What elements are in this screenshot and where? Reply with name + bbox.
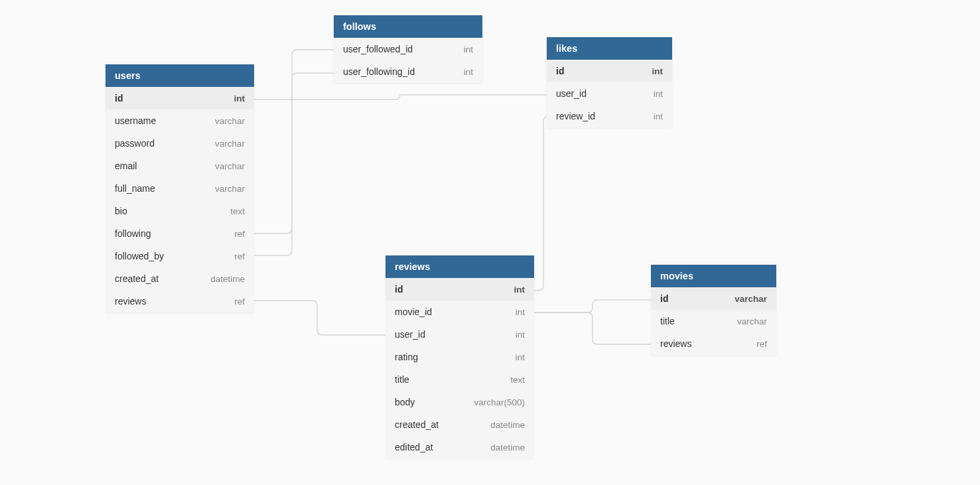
column-row[interactable]: edited_atdatetime (385, 436, 534, 458)
column-type: int (464, 67, 473, 77)
column-name: id (115, 93, 123, 104)
column-type: varchar (215, 116, 245, 126)
column-row[interactable]: idint (105, 87, 254, 109)
column-type: datetime (490, 420, 525, 430)
column-name: user_id (395, 329, 425, 340)
column-row[interactable]: idint (385, 278, 534, 301)
column-row[interactable]: reviewsref (651, 332, 776, 355)
table-likes[interactable]: likesidintuser_idintreview_idint (547, 37, 672, 127)
column-row[interactable]: user_followed_idint (334, 38, 482, 60)
column-row[interactable]: user_following_idint (334, 60, 482, 83)
column-type: int (516, 330, 525, 340)
column-type: int (514, 285, 525, 295)
column-name: id (660, 293, 668, 304)
column-row[interactable]: created_atdatetime (385, 413, 534, 436)
column-name: movie_id (395, 307, 432, 317)
table-users[interactable]: usersidintusernamevarcharpasswordvarchar… (105, 64, 254, 312)
column-name: followed_by (115, 251, 164, 261)
column-type: ref (234, 297, 245, 307)
column-type: int (234, 94, 245, 104)
column-name: reviews (115, 296, 146, 307)
column-name: body (395, 397, 415, 407)
table-header-movies[interactable]: movies (651, 265, 776, 287)
column-type: varchar (735, 294, 767, 304)
column-type: datetime (490, 443, 525, 452)
column-name: created_at (115, 273, 159, 284)
column-name: following (115, 228, 151, 239)
column-row[interactable]: idint (547, 60, 672, 82)
column-row[interactable]: passwordvarchar (105, 132, 254, 155)
table-header-users[interactable]: users (105, 64, 254, 87)
column-name: full_name (115, 183, 155, 194)
column-row[interactable]: full_namevarchar (105, 177, 254, 200)
column-type: text (230, 206, 245, 216)
column-name: reviews (660, 338, 691, 349)
column-type: int (516, 352, 525, 362)
column-row[interactable]: idvarchar (651, 287, 776, 310)
column-row[interactable]: review_idint (547, 105, 672, 127)
table-header-reviews[interactable]: reviews (385, 255, 534, 278)
column-name: title (660, 316, 675, 326)
column-type: int (652, 66, 664, 76)
column-name: password (115, 138, 155, 149)
column-name: title (395, 374, 409, 385)
table-movies[interactable]: moviesidvarchartitlevarcharreviewsref (651, 265, 776, 355)
column-row[interactable]: emailvarchar (105, 155, 254, 177)
column-type: ref (234, 229, 245, 239)
column-type: text (510, 375, 525, 385)
column-name: review_id (556, 111, 595, 121)
column-type: varchar(500) (474, 397, 525, 407)
column-row[interactable]: titlevarchar (651, 310, 776, 332)
table-header-follows[interactable]: follows (334, 15, 482, 38)
column-type: int (654, 89, 663, 99)
table-header-likes[interactable]: likes (547, 37, 672, 60)
column-row[interactable]: followed_byref (105, 245, 254, 267)
column-name: email (115, 161, 137, 171)
table-reviews[interactable]: reviewsidintmovie_idintuser_idintratingi… (385, 255, 534, 458)
column-name: created_at (395, 419, 439, 430)
column-row[interactable]: bodyvarchar(500) (385, 391, 534, 413)
column-row[interactable]: user_idint (385, 323, 534, 346)
column-type: datetime (210, 274, 245, 284)
column-name: id (395, 284, 403, 295)
column-row[interactable]: followingref (105, 222, 254, 245)
column-type: varchar (215, 161, 245, 171)
column-type: int (654, 111, 663, 121)
column-type: ref (234, 251, 245, 261)
column-type: int (464, 44, 473, 54)
column-name: bio (115, 206, 127, 216)
column-type: ref (756, 339, 767, 349)
column-row[interactable]: titletext (385, 368, 534, 391)
column-row[interactable]: user_idint (547, 82, 672, 105)
column-type: varchar (215, 139, 245, 149)
column-row[interactable]: created_atdatetime (105, 267, 254, 290)
column-name: user_id (556, 88, 587, 99)
column-row[interactable]: biotext (105, 200, 254, 222)
table-follows[interactable]: followsuser_followed_idintuser_following… (334, 15, 482, 83)
column-name: user_following_id (343, 66, 415, 77)
column-row[interactable]: usernamevarchar (105, 109, 254, 132)
column-name: rating (395, 352, 418, 362)
column-row[interactable]: reviewsref (105, 290, 254, 312)
column-type: varchar (737, 316, 767, 326)
column-row[interactable]: ratingint (385, 346, 534, 368)
column-name: id (556, 66, 564, 76)
column-type: varchar (215, 184, 245, 194)
column-type: int (516, 307, 525, 317)
column-name: user_followed_id (343, 44, 413, 54)
column-name: username (115, 115, 156, 126)
column-row[interactable]: movie_idint (385, 301, 534, 323)
column-name: edited_at (395, 442, 433, 452)
